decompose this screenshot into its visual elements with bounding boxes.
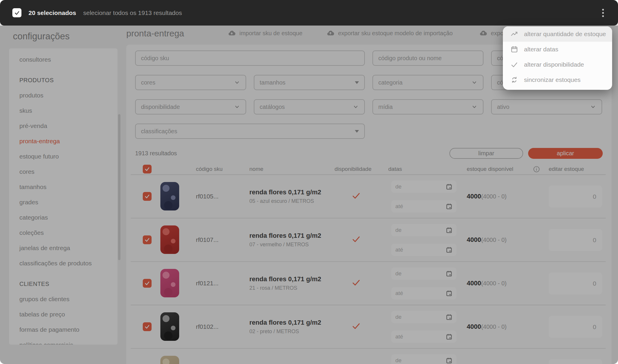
calendar-icon [510,45,518,53]
kebab-menu-icon[interactable] [600,7,606,19]
select-all-checkbox-topbar[interactable] [12,8,21,17]
sync-icon [510,76,518,84]
selected-count: 20 selecionados [28,9,76,16]
menu-item-alterar-quantidade[interactable]: alterar quantidade de estoque [503,26,612,42]
trend-up-icon [510,30,518,38]
check-icon [510,61,518,68]
app-window: configurações consultores PRODUTOS produ… [0,0,618,364]
menu-item-alterar-disponibilidade[interactable]: alterar disponibilidade [503,57,612,72]
selection-topbar: 20 selecionados selecionar todos os 1913… [0,0,618,26]
menu-item-alterar-datas[interactable]: alterar datas [503,42,612,57]
menu-item-sincronizar-estoques[interactable]: sincronizar estoques [503,72,612,87]
actions-dropdown-menu: alterar quantidade de estoque alterar da… [503,26,612,90]
select-all-results-link[interactable]: selecionar todos os 1913 resultados [83,9,182,16]
